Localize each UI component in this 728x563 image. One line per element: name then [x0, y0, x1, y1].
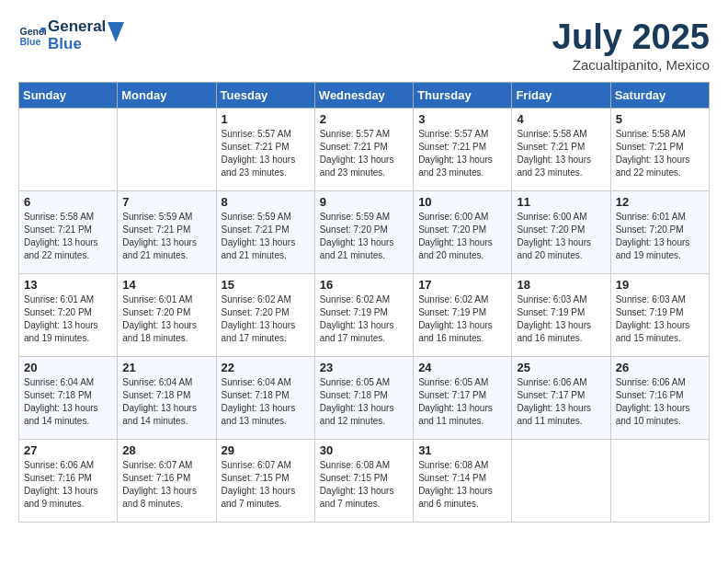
calendar-cell: 24Sunrise: 6:05 AM Sunset: 7:17 PM Dayli…: [414, 356, 512, 439]
svg-marker-3: [108, 22, 124, 42]
day-number: 21: [122, 361, 210, 374]
calendar-cell: [19, 108, 118, 190]
weekday-header-saturday: Saturday: [610, 82, 709, 108]
day-info: Sunrise: 6:01 AM Sunset: 7:20 PM Dayligh…: [24, 293, 112, 345]
logo: General Blue General Blue: [18, 18, 124, 52]
calendar-cell: 29Sunrise: 6:07 AM Sunset: 7:15 PM Dayli…: [216, 439, 314, 522]
calendar-cell: [512, 439, 610, 522]
weekday-header-tuesday: Tuesday: [216, 82, 314, 108]
day-info: Sunrise: 6:05 AM Sunset: 7:18 PM Dayligh…: [320, 376, 408, 428]
calendar-cell: 26Sunrise: 6:06 AM Sunset: 7:16 PM Dayli…: [610, 356, 709, 439]
week-row-3: 13Sunrise: 6:01 AM Sunset: 7:20 PM Dayli…: [19, 273, 710, 356]
day-info: Sunrise: 6:07 AM Sunset: 7:16 PM Dayligh…: [122, 459, 210, 511]
day-number: 20: [24, 361, 112, 374]
calendar-cell: [610, 439, 709, 522]
day-number: 12: [616, 195, 704, 209]
weekday-header-friday: Friday: [512, 82, 610, 108]
day-number: 2: [320, 112, 408, 126]
day-info: Sunrise: 5:59 AM Sunset: 7:21 PM Dayligh…: [122, 211, 210, 262]
calendar-cell: 1Sunrise: 5:57 AM Sunset: 7:21 PM Daylig…: [216, 108, 314, 190]
calendar-cell: 28Sunrise: 6:07 AM Sunset: 7:16 PM Dayli…: [118, 439, 216, 522]
weekday-header-thursday: Thursday: [414, 82, 512, 108]
day-info: Sunrise: 6:02 AM Sunset: 7:19 PM Dayligh…: [320, 293, 408, 345]
calendar-cell: 16Sunrise: 6:02 AM Sunset: 7:19 PM Dayli…: [314, 273, 413, 356]
page-header: General Blue General Blue July 2025 Zacu…: [18, 18, 710, 73]
weekday-header-sunday: Sunday: [19, 82, 118, 108]
day-number: 31: [418, 443, 506, 457]
day-info: Sunrise: 6:04 AM Sunset: 7:18 PM Dayligh…: [122, 376, 210, 428]
logo-icon: General Blue: [18, 22, 46, 50]
calendar-cell: 25Sunrise: 6:06 AM Sunset: 7:17 PM Dayli…: [512, 356, 610, 439]
day-info: Sunrise: 5:57 AM Sunset: 7:21 PM Dayligh…: [418, 128, 506, 179]
day-number: 14: [122, 278, 210, 292]
day-info: Sunrise: 6:07 AM Sunset: 7:15 PM Dayligh…: [222, 459, 310, 511]
day-info: Sunrise: 6:08 AM Sunset: 7:14 PM Dayligh…: [418, 459, 506, 511]
day-info: Sunrise: 6:06 AM Sunset: 7:16 PM Dayligh…: [24, 459, 112, 511]
calendar-cell: 23Sunrise: 6:05 AM Sunset: 7:18 PM Dayli…: [314, 356, 413, 439]
calendar-cell: 3Sunrise: 5:57 AM Sunset: 7:21 PM Daylig…: [414, 108, 512, 190]
calendar-cell: 8Sunrise: 5:59 AM Sunset: 7:21 PM Daylig…: [216, 190, 314, 273]
day-info: Sunrise: 6:02 AM Sunset: 7:19 PM Dayligh…: [418, 293, 506, 345]
day-info: Sunrise: 6:03 AM Sunset: 7:19 PM Dayligh…: [517, 293, 605, 345]
day-info: Sunrise: 5:57 AM Sunset: 7:21 PM Dayligh…: [320, 128, 408, 179]
day-info: Sunrise: 5:59 AM Sunset: 7:21 PM Dayligh…: [222, 211, 310, 262]
calendar-cell: 22Sunrise: 6:04 AM Sunset: 7:18 PM Dayli…: [216, 356, 314, 439]
calendar-cell: 2Sunrise: 5:57 AM Sunset: 7:21 PM Daylig…: [314, 108, 413, 190]
calendar-cell: [118, 108, 216, 190]
calendar-cell: 4Sunrise: 5:58 AM Sunset: 7:21 PM Daylig…: [512, 108, 610, 190]
day-info: Sunrise: 6:01 AM Sunset: 7:20 PM Dayligh…: [616, 211, 704, 262]
calendar-cell: 13Sunrise: 6:01 AM Sunset: 7:20 PM Dayli…: [19, 273, 118, 356]
day-info: Sunrise: 5:59 AM Sunset: 7:20 PM Dayligh…: [320, 211, 408, 262]
header-row: SundayMondayTuesdayWednesdayThursdayFrid…: [19, 82, 710, 108]
day-number: 9: [320, 195, 408, 209]
calendar-cell: 31Sunrise: 6:08 AM Sunset: 7:14 PM Dayli…: [414, 439, 512, 522]
day-info: Sunrise: 5:57 AM Sunset: 7:21 PM Dayligh…: [222, 128, 310, 179]
calendar-cell: 19Sunrise: 6:03 AM Sunset: 7:19 PM Dayli…: [610, 273, 709, 356]
day-info: Sunrise: 6:04 AM Sunset: 7:18 PM Dayligh…: [24, 376, 112, 428]
calendar-cell: 7Sunrise: 5:59 AM Sunset: 7:21 PM Daylig…: [118, 190, 216, 273]
month-title: July 2025: [552, 18, 710, 57]
day-number: 6: [24, 195, 112, 209]
calendar-cell: 9Sunrise: 5:59 AM Sunset: 7:20 PM Daylig…: [314, 190, 413, 273]
day-info: Sunrise: 5:58 AM Sunset: 7:21 PM Dayligh…: [24, 211, 112, 262]
week-row-2: 6Sunrise: 5:58 AM Sunset: 7:21 PM Daylig…: [19, 190, 710, 273]
calendar-cell: 27Sunrise: 6:06 AM Sunset: 7:16 PM Dayli…: [19, 439, 118, 522]
day-number: 3: [418, 112, 506, 126]
day-number: 15: [222, 278, 310, 292]
day-number: 16: [320, 278, 408, 292]
day-info: Sunrise: 6:06 AM Sunset: 7:17 PM Dayligh…: [517, 376, 605, 428]
logo-blue: Blue: [48, 36, 106, 53]
calendar-cell: 15Sunrise: 6:02 AM Sunset: 7:20 PM Dayli…: [216, 273, 314, 356]
location: Zacualtipanito, Mexico: [552, 57, 710, 73]
day-info: Sunrise: 6:08 AM Sunset: 7:15 PM Dayligh…: [320, 459, 408, 511]
day-info: Sunrise: 6:05 AM Sunset: 7:17 PM Dayligh…: [418, 376, 506, 428]
day-number: 10: [418, 195, 506, 209]
day-number: 29: [222, 443, 310, 457]
day-info: Sunrise: 6:04 AM Sunset: 7:18 PM Dayligh…: [222, 376, 310, 428]
weekday-header-monday: Monday: [118, 82, 216, 108]
day-info: Sunrise: 6:00 AM Sunset: 7:20 PM Dayligh…: [418, 211, 506, 262]
day-info: Sunrise: 5:58 AM Sunset: 7:21 PM Dayligh…: [517, 128, 605, 179]
week-row-4: 20Sunrise: 6:04 AM Sunset: 7:18 PM Dayli…: [19, 356, 710, 439]
day-number: 26: [616, 361, 704, 374]
day-number: 17: [418, 278, 506, 292]
calendar-cell: 14Sunrise: 6:01 AM Sunset: 7:20 PM Dayli…: [118, 273, 216, 356]
calendar-cell: 18Sunrise: 6:03 AM Sunset: 7:19 PM Dayli…: [512, 273, 610, 356]
day-info: Sunrise: 5:58 AM Sunset: 7:21 PM Dayligh…: [616, 128, 704, 179]
logo-general: General: [48, 18, 106, 36]
week-row-1: 1Sunrise: 5:57 AM Sunset: 7:21 PM Daylig…: [19, 108, 710, 190]
day-number: 24: [418, 361, 506, 374]
weekday-header-wednesday: Wednesday: [314, 82, 413, 108]
calendar-table: SundayMondayTuesdayWednesdayThursdayFrid…: [18, 82, 710, 523]
day-number: 8: [222, 195, 310, 209]
day-number: 19: [616, 278, 704, 292]
calendar-cell: 6Sunrise: 5:58 AM Sunset: 7:21 PM Daylig…: [19, 190, 118, 273]
calendar-cell: 20Sunrise: 6:04 AM Sunset: 7:18 PM Dayli…: [19, 356, 118, 439]
day-number: 1: [222, 112, 310, 126]
calendar-cell: 10Sunrise: 6:00 AM Sunset: 7:20 PM Dayli…: [414, 190, 512, 273]
svg-text:Blue: Blue: [20, 35, 41, 46]
day-number: 27: [24, 443, 112, 457]
calendar-cell: 21Sunrise: 6:04 AM Sunset: 7:18 PM Dayli…: [118, 356, 216, 439]
day-info: Sunrise: 6:02 AM Sunset: 7:20 PM Dayligh…: [222, 293, 310, 345]
calendar-cell: 11Sunrise: 6:00 AM Sunset: 7:20 PM Dayli…: [512, 190, 610, 273]
